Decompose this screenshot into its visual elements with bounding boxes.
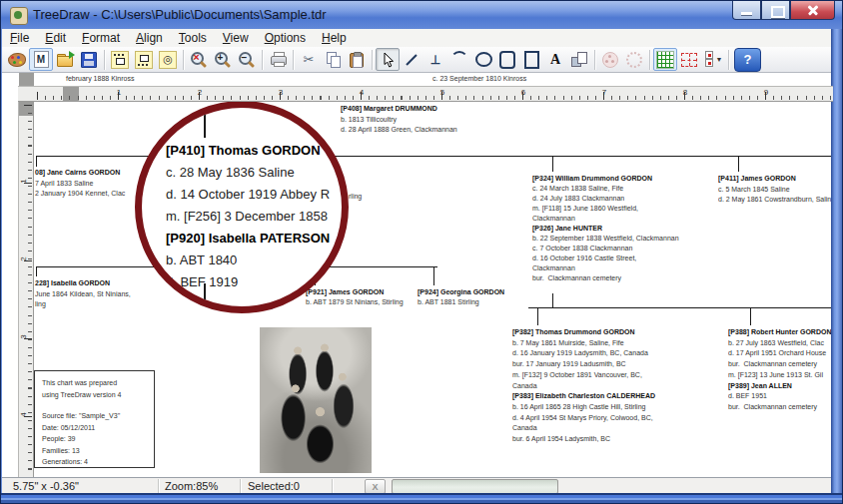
connector-line [36,266,37,276]
chart-annotation-box[interactable]: This chart was prepared using TreeDraw v… [34,370,155,468]
rounded-box-tool-button[interactable] [495,48,519,71]
status-selected: Selected:0 [248,480,300,492]
horizontal-ruler: 1 2 3 4 5 6 7 8 9 [18,86,833,102]
zoom-cancel-button[interactable]: × [187,48,211,71]
person-box-p324[interactable]: [P324] William Drummond GORDONc. 24 Marc… [532,174,679,283]
clipped-text-fragment: rling [349,193,362,200]
frame-top-button[interactable] [108,48,132,71]
magnifier-circle[interactable]: [P410] Thomas GORDON c. 28 May 1836 Sali… [135,101,349,313]
cursor-arrow-icon [381,52,396,68]
clipped-text-above-ruler: c. 23 September 1810 Kinross [432,75,526,82]
menu-file[interactable]: File [2,30,37,46]
connector-line [738,156,739,172]
ellipse-tool-button[interactable] [471,48,495,71]
connector-line [552,156,553,172]
target-icon: ◎ [159,51,177,69]
zoom-in-button[interactable]: + [211,48,235,71]
connector-line [750,307,751,325]
target-button[interactable]: ◎ [156,48,180,71]
window-border-bottom [1,493,843,503]
toolbar-separator [104,50,105,70]
chart-options-button[interactable]: ▼ [701,48,725,71]
menu-help[interactable]: Help [314,30,355,46]
family-photo[interactable] [260,327,372,473]
help-button[interactable]: ? [734,48,761,72]
text-tool-button[interactable]: A [543,48,567,71]
open-folder-icon [57,53,74,67]
person-box-p411[interactable]: [P411] James GORDONc. 5 March 1845 Salin… [718,174,832,206]
person-box-p388[interactable]: [P388] Robert Hunter GORDONb. 27 July 18… [728,327,832,413]
connector-line [552,293,553,307]
app-icon [10,7,28,25]
vertical-ruler: 1 2 3 4 [18,102,34,477]
connector-line [528,307,832,308]
window-title: TreeDraw - C:\Users\Public\Documents\Sam… [33,7,327,22]
connector-line [537,307,538,325]
restore-icon [771,6,785,18]
checkboxes-icon [704,51,715,68]
person-box-p921[interactable]: [P921] James GORDONb. ABT 1879 St Ninian… [306,287,404,307]
frame-top-icon [111,51,129,69]
disabled-dashed-circle-icon [626,52,642,68]
menu-format[interactable]: Format [74,30,128,46]
snap-grid-button[interactable] [677,48,701,71]
printer-icon [270,52,287,67]
status-zoom: Zoom:85% [165,480,218,492]
clipped-text-above-ruler: february 1888 Kinross [66,75,134,82]
person-box-p408[interactable]: [P408] Margaret DRUMMONDb. 1813 Tillicou… [341,104,457,136]
zoom-out-button[interactable]: − [235,48,259,71]
menu-tools[interactable]: Tools [171,30,215,46]
perpendicular-tool-button[interactable]: ⊥ [423,48,447,71]
duplicate-icon [571,52,587,68]
copy-icon [326,52,341,68]
print-button[interactable] [266,48,290,71]
minimize-button[interactable] [732,1,761,20]
metafile-toggle-button[interactable]: M [29,48,53,71]
copy-button[interactable] [321,48,345,71]
rounded-box-icon [499,51,515,69]
restore-button[interactable] [761,1,790,20]
status-progress-bar[interactable] [392,479,558,494]
person-box-jane[interactable]: 08] Jane Cairns GORDON7 April 1833 Salin… [35,168,125,200]
menu-view[interactable]: View [215,30,257,46]
colors-button[interactable] [5,48,29,71]
frame-bottom-icon [135,51,153,69]
toolbar: M ◎ × + − ✂ ⊥ A ▼ [2,47,843,73]
menu-options[interactable]: Options [257,30,314,46]
box-icon [524,51,539,69]
magnified-connector-line [204,108,206,138]
status-cancel-button[interactable]: X [365,479,386,494]
zoom-out-icon: − [238,51,256,68]
grid-toggle-button[interactable] [653,48,677,71]
window-controls [732,1,835,20]
select-tool-button[interactable] [376,48,400,71]
zoom-cancel-icon: × [190,51,208,68]
connector-line [36,156,37,167]
title-bar[interactable]: TreeDraw - C:\Users\Public\Documents\Sam… [1,1,843,29]
connector-line [433,266,434,285]
frame-bottom-button[interactable] [132,48,156,71]
close-button[interactable] [790,1,835,20]
help-icon: ? [744,52,752,67]
menu-edit[interactable]: Edit [37,30,74,46]
canvas[interactable]: february 1888 Kinross c. 23 September 18… [2,73,833,477]
duplicate-shape-button[interactable] [567,48,591,71]
open-button[interactable] [53,48,77,71]
arc-tool-button[interactable] [447,48,471,71]
person-box-isabella[interactable]: 228] Isabella GORDONJune 1864 Kildean, S… [35,278,131,310]
arc-icon [450,51,468,69]
cut-button[interactable]: ✂ [297,48,321,71]
grid-icon [656,51,674,69]
window-border-left [1,29,2,503]
save-button[interactable] [77,48,101,71]
chevron-down-icon: ▼ [716,56,723,63]
paste-button[interactable] [345,48,369,71]
snap-grid-icon [681,53,697,67]
line-icon [406,54,417,65]
menu-align[interactable]: Align [128,30,171,46]
person-box-p382[interactable]: [P382] Thomas Drummond GORDONb. 7 May 18… [512,327,655,445]
person-box-p924[interactable]: [P924] Georgina GORDONb. ABT 1881 Stirli… [418,287,504,307]
status-coordinates: 5.75" x -0.36" [13,480,79,492]
box-tool-button[interactable] [519,48,543,71]
line-tool-button[interactable] [400,48,423,71]
